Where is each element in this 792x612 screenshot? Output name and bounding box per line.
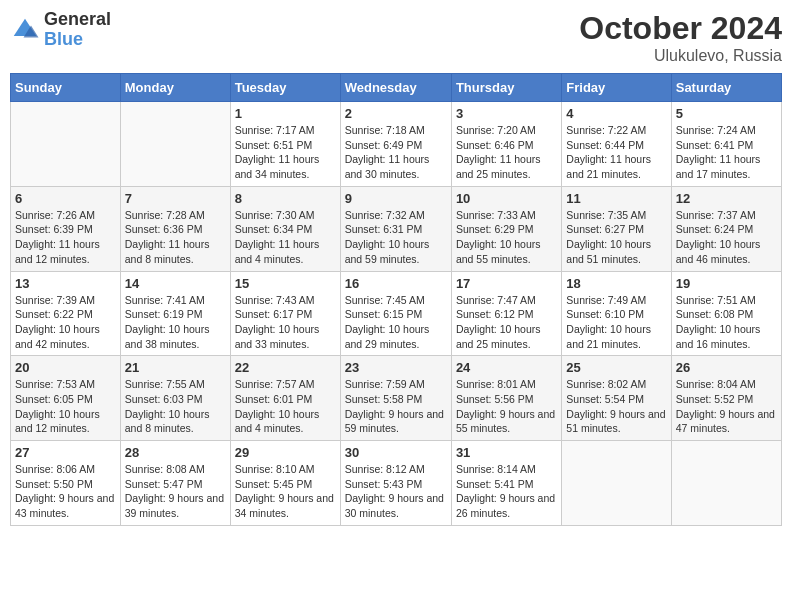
calendar-cell bbox=[562, 441, 671, 526]
calendar-cell: 12Sunrise: 7:37 AMSunset: 6:24 PMDayligh… bbox=[671, 186, 781, 271]
weekday-header: Wednesday bbox=[340, 74, 451, 102]
calendar-cell: 21Sunrise: 7:55 AMSunset: 6:03 PMDayligh… bbox=[120, 356, 230, 441]
day-info: Sunrise: 8:06 AMSunset: 5:50 PMDaylight:… bbox=[15, 462, 116, 521]
calendar-cell: 15Sunrise: 7:43 AMSunset: 6:17 PMDayligh… bbox=[230, 271, 340, 356]
day-number: 1 bbox=[235, 106, 336, 121]
day-info: Sunrise: 7:28 AMSunset: 6:36 PMDaylight:… bbox=[125, 208, 226, 267]
calendar-cell: 24Sunrise: 8:01 AMSunset: 5:56 PMDayligh… bbox=[451, 356, 561, 441]
day-number: 13 bbox=[15, 276, 116, 291]
day-info: Sunrise: 8:14 AMSunset: 5:41 PMDaylight:… bbox=[456, 462, 557, 521]
logo-icon bbox=[10, 15, 40, 45]
day-number: 16 bbox=[345, 276, 447, 291]
weekday-header: Thursday bbox=[451, 74, 561, 102]
day-info: Sunrise: 7:33 AMSunset: 6:29 PMDaylight:… bbox=[456, 208, 557, 267]
day-info: Sunrise: 7:26 AMSunset: 6:39 PMDaylight:… bbox=[15, 208, 116, 267]
day-number: 8 bbox=[235, 191, 336, 206]
logo-general: General bbox=[44, 10, 111, 30]
day-info: Sunrise: 7:43 AMSunset: 6:17 PMDaylight:… bbox=[235, 293, 336, 352]
day-number: 11 bbox=[566, 191, 666, 206]
day-info: Sunrise: 7:39 AMSunset: 6:22 PMDaylight:… bbox=[15, 293, 116, 352]
calendar-cell: 13Sunrise: 7:39 AMSunset: 6:22 PMDayligh… bbox=[11, 271, 121, 356]
day-info: Sunrise: 7:35 AMSunset: 6:27 PMDaylight:… bbox=[566, 208, 666, 267]
calendar-cell: 3Sunrise: 7:20 AMSunset: 6:46 PMDaylight… bbox=[451, 102, 561, 187]
calendar-cell: 7Sunrise: 7:28 AMSunset: 6:36 PMDaylight… bbox=[120, 186, 230, 271]
calendar-week-row: 1Sunrise: 7:17 AMSunset: 6:51 PMDaylight… bbox=[11, 102, 782, 187]
calendar-cell: 25Sunrise: 8:02 AMSunset: 5:54 PMDayligh… bbox=[562, 356, 671, 441]
calendar-cell: 5Sunrise: 7:24 AMSunset: 6:41 PMDaylight… bbox=[671, 102, 781, 187]
day-number: 3 bbox=[456, 106, 557, 121]
day-number: 19 bbox=[676, 276, 777, 291]
day-info: Sunrise: 7:37 AMSunset: 6:24 PMDaylight:… bbox=[676, 208, 777, 267]
calendar-week-row: 13Sunrise: 7:39 AMSunset: 6:22 PMDayligh… bbox=[11, 271, 782, 356]
day-number: 9 bbox=[345, 191, 447, 206]
calendar-cell: 18Sunrise: 7:49 AMSunset: 6:10 PMDayligh… bbox=[562, 271, 671, 356]
calendar-cell: 4Sunrise: 7:22 AMSunset: 6:44 PMDaylight… bbox=[562, 102, 671, 187]
day-number: 12 bbox=[676, 191, 777, 206]
day-info: Sunrise: 7:59 AMSunset: 5:58 PMDaylight:… bbox=[345, 377, 447, 436]
logo: General Blue bbox=[10, 10, 111, 50]
day-number: 29 bbox=[235, 445, 336, 460]
weekday-header: Monday bbox=[120, 74, 230, 102]
day-info: Sunrise: 8:01 AMSunset: 5:56 PMDaylight:… bbox=[456, 377, 557, 436]
day-info: Sunrise: 7:57 AMSunset: 6:01 PMDaylight:… bbox=[235, 377, 336, 436]
calendar-cell: 8Sunrise: 7:30 AMSunset: 6:34 PMDaylight… bbox=[230, 186, 340, 271]
day-info: Sunrise: 7:49 AMSunset: 6:10 PMDaylight:… bbox=[566, 293, 666, 352]
day-number: 17 bbox=[456, 276, 557, 291]
calendar-week-row: 27Sunrise: 8:06 AMSunset: 5:50 PMDayligh… bbox=[11, 441, 782, 526]
calendar-cell: 23Sunrise: 7:59 AMSunset: 5:58 PMDayligh… bbox=[340, 356, 451, 441]
day-number: 26 bbox=[676, 360, 777, 375]
day-number: 6 bbox=[15, 191, 116, 206]
day-number: 22 bbox=[235, 360, 336, 375]
day-number: 18 bbox=[566, 276, 666, 291]
day-info: Sunrise: 7:22 AMSunset: 6:44 PMDaylight:… bbox=[566, 123, 666, 182]
month-title: October 2024 bbox=[579, 10, 782, 47]
calendar-cell bbox=[120, 102, 230, 187]
calendar-cell: 11Sunrise: 7:35 AMSunset: 6:27 PMDayligh… bbox=[562, 186, 671, 271]
day-info: Sunrise: 7:51 AMSunset: 6:08 PMDaylight:… bbox=[676, 293, 777, 352]
calendar-table: SundayMondayTuesdayWednesdayThursdayFrid… bbox=[10, 73, 782, 526]
day-info: Sunrise: 7:20 AMSunset: 6:46 PMDaylight:… bbox=[456, 123, 557, 182]
day-number: 21 bbox=[125, 360, 226, 375]
day-number: 14 bbox=[125, 276, 226, 291]
day-number: 23 bbox=[345, 360, 447, 375]
day-number: 5 bbox=[676, 106, 777, 121]
calendar-cell: 10Sunrise: 7:33 AMSunset: 6:29 PMDayligh… bbox=[451, 186, 561, 271]
logo-text: General Blue bbox=[44, 10, 111, 50]
page-header: General Blue October 2024 Ulukulevo, Rus… bbox=[10, 10, 782, 65]
calendar-cell: 26Sunrise: 8:04 AMSunset: 5:52 PMDayligh… bbox=[671, 356, 781, 441]
location-title: Ulukulevo, Russia bbox=[579, 47, 782, 65]
calendar-cell: 9Sunrise: 7:32 AMSunset: 6:31 PMDaylight… bbox=[340, 186, 451, 271]
day-number: 7 bbox=[125, 191, 226, 206]
calendar-cell: 19Sunrise: 7:51 AMSunset: 6:08 PMDayligh… bbox=[671, 271, 781, 356]
day-number: 2 bbox=[345, 106, 447, 121]
calendar-cell: 14Sunrise: 7:41 AMSunset: 6:19 PMDayligh… bbox=[120, 271, 230, 356]
calendar-cell bbox=[671, 441, 781, 526]
calendar-cell: 27Sunrise: 8:06 AMSunset: 5:50 PMDayligh… bbox=[11, 441, 121, 526]
calendar-week-row: 20Sunrise: 7:53 AMSunset: 6:05 PMDayligh… bbox=[11, 356, 782, 441]
calendar-cell: 17Sunrise: 7:47 AMSunset: 6:12 PMDayligh… bbox=[451, 271, 561, 356]
day-number: 31 bbox=[456, 445, 557, 460]
day-number: 24 bbox=[456, 360, 557, 375]
calendar-cell: 20Sunrise: 7:53 AMSunset: 6:05 PMDayligh… bbox=[11, 356, 121, 441]
day-number: 15 bbox=[235, 276, 336, 291]
day-info: Sunrise: 8:08 AMSunset: 5:47 PMDaylight:… bbox=[125, 462, 226, 521]
calendar-week-row: 6Sunrise: 7:26 AMSunset: 6:39 PMDaylight… bbox=[11, 186, 782, 271]
calendar-cell: 1Sunrise: 7:17 AMSunset: 6:51 PMDaylight… bbox=[230, 102, 340, 187]
day-info: Sunrise: 7:17 AMSunset: 6:51 PMDaylight:… bbox=[235, 123, 336, 182]
day-info: Sunrise: 8:02 AMSunset: 5:54 PMDaylight:… bbox=[566, 377, 666, 436]
day-number: 20 bbox=[15, 360, 116, 375]
day-info: Sunrise: 7:53 AMSunset: 6:05 PMDaylight:… bbox=[15, 377, 116, 436]
day-info: Sunrise: 8:04 AMSunset: 5:52 PMDaylight:… bbox=[676, 377, 777, 436]
calendar-cell: 16Sunrise: 7:45 AMSunset: 6:15 PMDayligh… bbox=[340, 271, 451, 356]
calendar-cell: 30Sunrise: 8:12 AMSunset: 5:43 PMDayligh… bbox=[340, 441, 451, 526]
day-info: Sunrise: 7:45 AMSunset: 6:15 PMDaylight:… bbox=[345, 293, 447, 352]
day-info: Sunrise: 7:55 AMSunset: 6:03 PMDaylight:… bbox=[125, 377, 226, 436]
day-info: Sunrise: 7:30 AMSunset: 6:34 PMDaylight:… bbox=[235, 208, 336, 267]
calendar-cell: 6Sunrise: 7:26 AMSunset: 6:39 PMDaylight… bbox=[11, 186, 121, 271]
weekday-header: Sunday bbox=[11, 74, 121, 102]
day-number: 25 bbox=[566, 360, 666, 375]
day-info: Sunrise: 8:10 AMSunset: 5:45 PMDaylight:… bbox=[235, 462, 336, 521]
calendar-cell bbox=[11, 102, 121, 187]
day-info: Sunrise: 8:12 AMSunset: 5:43 PMDaylight:… bbox=[345, 462, 447, 521]
weekday-header: Tuesday bbox=[230, 74, 340, 102]
